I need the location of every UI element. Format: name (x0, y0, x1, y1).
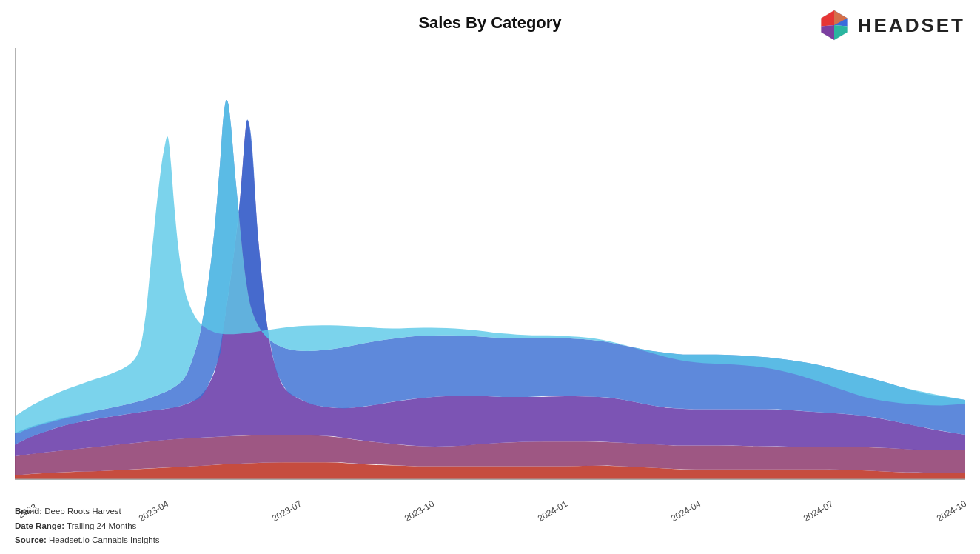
chart-area (15, 48, 965, 495)
logo-text: HEADSET (858, 14, 965, 37)
chart-container: HEADSET Sales By Category Concentrates E… (0, 0, 980, 554)
footnote-source-value: Headset.io Cannabis Insights (49, 535, 160, 544)
footnote-source: Source: Headset.io Cannabis Insights (15, 533, 160, 548)
x-label-4: 2024-01 (536, 498, 569, 524)
footnote-daterange-label: Date Range: (15, 521, 64, 530)
footnote-daterange-value: Trailing 24 Months (67, 521, 136, 530)
x-label-2: 2023-07 (270, 498, 303, 524)
headset-logo-icon (816, 7, 852, 43)
footnote-daterange: Date Range: Trailing 24 Months (15, 519, 160, 534)
footnotes: Brand: Deep Roots Harvest Date Range: Tr… (15, 504, 160, 548)
logo: HEADSET (816, 7, 965, 43)
footnote-brand-label: Brand: (15, 507, 42, 515)
footnote-brand: Brand: Deep Roots Harvest (15, 504, 160, 519)
footnote-brand-value: Deep Roots Harvest (44, 507, 121, 515)
x-label-3: 2023-10 (403, 498, 436, 524)
x-label-7: 2024-10 (935, 498, 968, 524)
footnote-source-label: Source: (15, 535, 47, 544)
x-label-5: 2024-04 (669, 498, 702, 524)
chart-svg (15, 48, 965, 495)
x-label-6: 2024-07 (802, 498, 835, 524)
